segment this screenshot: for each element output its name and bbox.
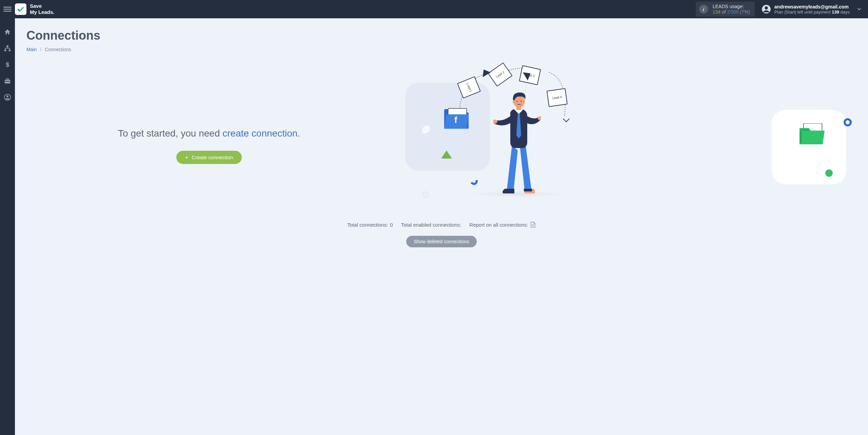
user-email: andrewsavemyleads@gmail.com [774,4,850,9]
brand-text: Save My Leads. [30,3,55,15]
sidebar: $ [0,18,15,435]
file-icon[interactable] [530,222,536,228]
usage-box[interactable]: i LEADS usage: 134 of 2'000 (7%) [696,2,755,17]
main-content: Connections Main / Connections To get st… [15,18,868,435]
create-connection-button[interactable]: + Create connection [176,151,242,164]
brand-line2: My Leads. [30,9,55,15]
usage-total: 2'000 [727,9,739,15]
hero-illustration: Lead 1 Lead 2 Lead 3 Lead 4 f [405,62,856,208]
usage-used: 134 [713,9,721,15]
svg-rect-2 [6,45,8,47]
plus-icon: + [185,155,188,160]
report-all-connections: Report on all connections: [469,222,535,228]
page-title: Connections [26,28,856,43]
sitemap-icon[interactable] [4,45,11,52]
lead-paper-4: Lead 4 [547,88,568,107]
svg-rect-7 [5,81,11,82]
svg-point-17 [517,101,518,102]
topbar: Save My Leads. i LEADS usage: 134 of 2'0… [0,0,868,18]
svg-point-1 [765,6,768,9]
svg-text:$: $ [6,61,9,68]
usage-of: of [722,9,726,15]
person-illustration [493,88,541,200]
create-connection-link[interactable]: create connection [222,128,297,139]
usage-text: LEADS usage: 134 of 2'000 (7%) [713,4,750,15]
menu-icon[interactable] [3,5,12,13]
brand-line1: Save [30,3,42,9]
svg-point-19 [513,101,515,103]
svg-point-18 [521,101,522,102]
svg-point-9 [6,95,8,97]
green-folder-icon [800,123,826,144]
chevron-down-icon[interactable] [856,6,862,12]
breadcrumb-main[interactable]: Main [26,47,37,52]
breadcrumb-current: Connections [45,47,71,52]
svg-rect-4 [9,50,11,51]
usage-pct: (7%) [740,9,750,15]
total-connections: Total connections: 0 [347,222,393,228]
breadcrumb-sep: / [40,47,41,52]
svg-text:f: f [454,115,457,125]
svg-rect-3 [4,50,6,51]
show-deleted-button[interactable]: Show deleted connections [406,236,476,247]
facebook-folder-icon: f [444,108,471,129]
avatar-icon [762,4,771,14]
usage-label: LEADS usage: [713,4,750,9]
total-enabled-connections: Total enabled connections: [401,222,461,228]
briefcase-icon[interactable] [4,77,11,85]
create-btn-label: Create connection [192,154,233,160]
dollar-icon[interactable]: $ [4,61,11,68]
user-block[interactable]: andrewsavemyleads@gmail.com Plan |Start|… [762,4,850,15]
user-text: andrewsavemyleads@gmail.com Plan |Start|… [774,4,850,15]
home-icon[interactable] [4,28,11,36]
logo-icon[interactable] [15,3,26,15]
stats-row: Total connections: 0 Total enabled conne… [26,222,856,228]
hero-text: To get started, you need create connecti… [26,127,392,140]
breadcrumb: Main / Connections [26,47,856,52]
info-icon: i [699,5,708,14]
user-plan: Plan |Start| left until payment 139 days [774,9,850,15]
user-circle-icon[interactable] [4,94,11,101]
